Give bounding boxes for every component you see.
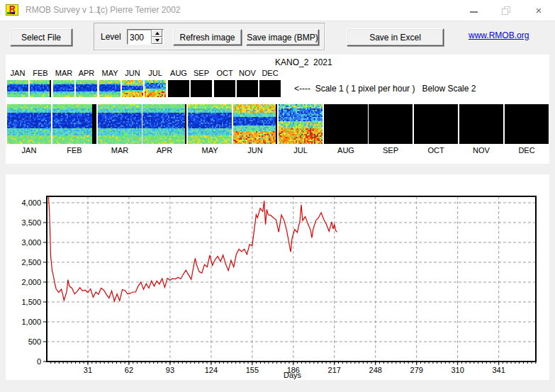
scale2-month-label-feb: FEB: [52, 146, 96, 155]
save-in-excel-button[interactable]: Save in Excel: [347, 28, 444, 46]
chart-panel: 05001,0001,5002,0002,5003,0003,5004,0003…: [6, 174, 549, 380]
station-title: KANO_2 2021: [275, 57, 332, 67]
scale2-tile-jul: [279, 104, 323, 144]
survey-panel: KANO_2 2021 JANFEBMARAPRMAYJUNJULAUGSEPO…: [6, 55, 549, 164]
data-line: [48, 191, 337, 301]
scale1-strip-may: [99, 80, 120, 97]
scale1-strip-sep: [191, 80, 212, 97]
scale2-tile-jan: [7, 104, 51, 144]
rmob-website-link[interactable]: www.RMOB.org: [469, 30, 529, 40]
level-label: Level: [101, 32, 121, 42]
svg-text:279: 279: [410, 366, 423, 374]
svg-text:500: 500: [28, 337, 41, 346]
scale1-strip-oct: [214, 80, 235, 97]
scale2-month-label-dec: DEC: [505, 146, 549, 155]
rmob-survey-window: { "window": { "title": "RMOB Survey v 1.…: [0, 0, 555, 392]
svg-text:2,500: 2,500: [21, 258, 41, 267]
scale2-month-label-aug: AUG: [324, 146, 368, 155]
chart-xlabel: Days: [284, 371, 302, 379]
close-icon: ×: [536, 5, 542, 16]
spin-up-icon: [155, 32, 159, 35]
scale2-tile-dec: [505, 104, 549, 144]
scale1-month-label-dec: DEC: [258, 69, 282, 77]
scale1-strip-dec: [259, 80, 281, 97]
scale2-tile-apr: [142, 104, 186, 144]
restore-button[interactable]: [490, 0, 522, 21]
scale1-strip-mar: [53, 80, 74, 97]
svg-text:2,000: 2,000: [21, 278, 41, 286]
scale2-month-label-jul: JUL: [279, 146, 323, 155]
scale2-tile-mar: [98, 104, 142, 144]
minimize-icon: [470, 11, 478, 13]
scale2-month-label-sep: SEP: [369, 146, 413, 155]
scale1-strip-apr: [76, 80, 97, 97]
scale-note: <---- Scale 1 ( 1 pixel per hour ) Below…: [294, 84, 476, 94]
scale1-month-label-apr: APR: [74, 69, 99, 77]
scale2-month-label-may: MAY: [188, 146, 232, 155]
app-icon-stripe: [7, 12, 15, 14]
scale2-tile-nov: [459, 104, 503, 144]
svg-text:341: 341: [492, 366, 505, 374]
scale1-month-label-feb: FEB: [28, 69, 52, 77]
svg-text:1,500: 1,500: [21, 298, 41, 306]
scale1-month-label-jul: JUL: [143, 69, 167, 77]
scale2-month-label-oct: OCT: [414, 146, 458, 155]
scale1-strip-jan: [7, 80, 28, 97]
save-image-bmp-button[interactable]: Save image (BMP): [246, 29, 319, 45]
restore-icon: [502, 6, 510, 15]
close-button[interactable]: ×: [522, 0, 555, 21]
survey-chart: 05001,0001,5002,0002,5003,0003,5004,0003…: [6, 174, 549, 380]
svg-text:124: 124: [205, 366, 218, 374]
svg-text:93: 93: [166, 366, 174, 374]
level-spin-down-button[interactable]: [152, 37, 162, 44]
refresh-image-button[interactable]: Refresh image: [173, 29, 242, 45]
scale2-tile-sep: [369, 104, 413, 144]
svg-text:155: 155: [246, 366, 259, 374]
svg-text:31: 31: [84, 366, 92, 374]
level-input[interactable]: [128, 30, 151, 44]
scale1-month-label-jun: JUN: [120, 69, 145, 77]
level-spin-buttons: [151, 30, 162, 44]
scale1-month-label-aug: AUG: [167, 69, 191, 77]
window-title: RMOB Survey v 1.1: [26, 5, 101, 15]
svg-text:4,000: 4,000: [21, 198, 41, 207]
title-bar: R RMOB Survey v 1.1 (c) Pierre Terrier 2…: [0, 0, 555, 21]
svg-text:248: 248: [369, 366, 382, 374]
svg-text:217: 217: [328, 366, 341, 374]
minimize-button[interactable]: [457, 0, 490, 21]
scale2-month-label-nov: NOV: [459, 146, 503, 155]
scale1-month-label-nov: NOV: [235, 69, 259, 77]
scale2-tile-oct: [414, 104, 458, 144]
window-copyright: (c) Pierre Terrier 2002: [98, 5, 180, 15]
svg-text:1,000: 1,000: [21, 318, 41, 326]
scale1-month-label-mar: MAR: [52, 69, 76, 77]
scale1-month-label-oct: OCT: [213, 69, 237, 77]
svg-text:62: 62: [125, 366, 133, 374]
scale1-strip-feb: [30, 80, 51, 97]
svg-text:310: 310: [451, 366, 464, 374]
scale2-month-label-jun: JUN: [233, 146, 277, 155]
scale1-month-label-jan: JAN: [6, 69, 30, 77]
scale1-strip-jun: [122, 80, 143, 97]
svg-text:3,500: 3,500: [21, 218, 41, 227]
scale1-month-label-may: MAY: [98, 69, 122, 77]
scale2-month-label-mar: MAR: [98, 146, 142, 155]
svg-text:3,000: 3,000: [21, 238, 41, 247]
svg-text:0: 0: [37, 357, 41, 366]
scale1-strip-nov: [237, 80, 258, 97]
scale2-tile-feb: [52, 104, 96, 144]
scale1-strip-jul: [145, 80, 166, 97]
level-spinner: [127, 29, 164, 45]
level-spin-up-button[interactable]: [152, 30, 162, 37]
scale1-strip-aug: [168, 80, 189, 97]
spin-down-icon: [155, 39, 159, 42]
scale2-tile-may: [188, 104, 232, 144]
app-icon: R: [6, 4, 18, 16]
scale2-month-label-apr: APR: [142, 146, 186, 155]
select-file-button[interactable]: Select File: [10, 28, 72, 46]
scale1-month-label-sep: SEP: [189, 69, 213, 77]
scale2-month-label-jan: JAN: [7, 146, 51, 155]
scale2-tile-jun: [233, 104, 277, 144]
scale2-tile-aug: [324, 104, 368, 144]
